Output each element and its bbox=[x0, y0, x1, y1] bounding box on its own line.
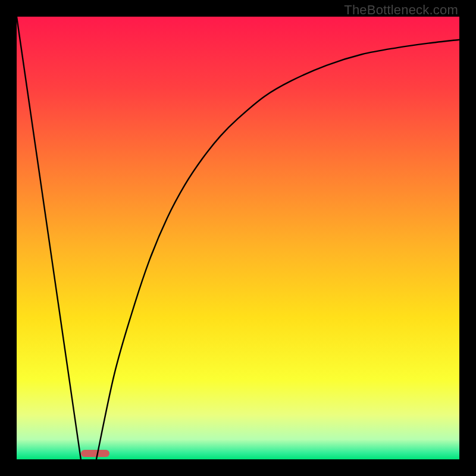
right-curve-path bbox=[96, 40, 459, 459]
watermark-text: TheBottleneck.com bbox=[344, 2, 458, 18]
plot-area bbox=[17, 17, 459, 459]
left-line-path bbox=[17, 17, 81, 459]
chart-frame: TheBottleneck.com bbox=[0, 0, 476, 476]
curve-layer bbox=[17, 17, 459, 459]
